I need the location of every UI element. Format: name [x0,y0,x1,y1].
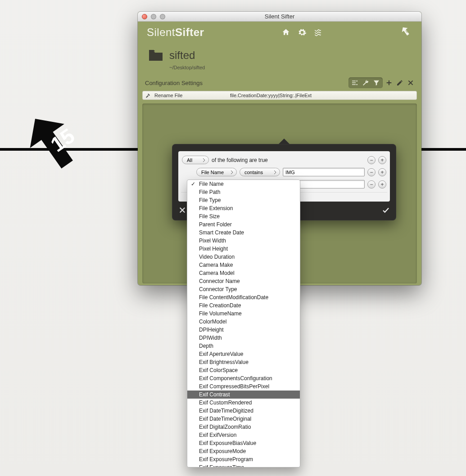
dropdown-item[interactable]: Exif BrightnessValue [187,358,300,366]
dropdown-item[interactable]: ColorModel [187,318,300,326]
edit-icon[interactable] [396,79,403,86]
window-titlebar: Silent Sifter [138,12,421,22]
match-suffix-label: of the following are true [212,157,268,163]
dropdown-item[interactable]: Video Duration [187,253,300,261]
rule-name: Rename File [154,93,226,98]
dropdown-item[interactable]: File Type [187,196,300,204]
list-settings-icon[interactable] [351,79,358,86]
dropdown-item[interactable]: Exif ExposureBiasValue [187,439,300,447]
add-row-button[interactable]: + [378,168,386,176]
hammer-icon [145,93,151,98]
dropdown-item[interactable]: File Extension [187,204,300,212]
window-title: Silent Sifter [138,13,421,20]
dropdown-item[interactable]: Exif ApertureValue [187,350,300,358]
dropdown-item[interactable]: Pixel Height [187,245,300,253]
field-select[interactable]: File Name [196,168,237,176]
gear-icon[interactable] [298,28,307,37]
config-label: Configuration Settings [145,80,203,86]
value-input[interactable] [299,180,365,189]
brand-arrow-icon[interactable]: 15 [400,26,412,38]
svg-point-5 [356,84,357,85]
dropdown-item[interactable]: File Name [187,180,300,188]
config-toolgroup [348,77,383,88]
wrench-icon[interactable] [362,79,369,86]
value-input[interactable] [283,168,365,176]
dropdown-item[interactable]: Exif ExposureMode [187,447,300,455]
confirm-button[interactable] [382,206,390,214]
dropdown-item[interactable]: Exif DateTimeOriginal [187,415,300,423]
dropdown-item[interactable]: Connector Type [187,285,300,293]
dropdown-item[interactable]: Exif DigitalZoomRatio [187,423,300,431]
config-side-tools [385,79,414,86]
dropdown-item[interactable]: Pixel Width [187,237,300,245]
remove-row-button[interactable]: − [367,180,376,189]
add-row-button[interactable]: + [378,180,386,189]
dropdown-item[interactable]: File VolumeName [187,310,300,318]
dropdown-item[interactable]: Exif ExposureTime [187,463,300,467]
output-folder-block: sifted ~/Desktop/sifted [138,43,421,72]
dropdown-item[interactable]: Parent Folder [187,220,300,229]
dropdown-item[interactable]: File Size [187,212,300,220]
operator-select[interactable]: contains [240,168,280,176]
dropdown-item[interactable]: Exif ExifVersion [187,431,300,439]
dropdown-item[interactable]: Exif Contrast [187,391,300,399]
close-icon[interactable] [407,79,414,86]
dropdown-item[interactable]: DPIWidth [187,334,300,342]
dropdown-item[interactable]: Smart Create Date [187,229,300,237]
add-icon[interactable] [385,79,393,86]
app-title-silent: Silent [147,26,175,38]
dropdown-item[interactable]: Exif ExposureProgram [187,455,300,463]
dropdown-item[interactable]: Exif CustomRendered [187,399,300,407]
config-header: Configuration Settings [138,72,421,91]
dropdown-item[interactable]: Depth [187,342,300,350]
folder-icon [148,49,164,62]
dropdown-item[interactable]: Exif ComponentsConfiguration [187,374,300,382]
criteria-row-1: File Name contains − + [181,166,387,178]
field-dropdown[interactable]: File NameFile PathFile TypeFile Extensio… [187,180,300,467]
dropdown-item[interactable]: Camera Make [187,261,300,269]
dropdown-item[interactable]: DPIHeight [187,326,300,334]
folder-name: sifted [169,49,195,62]
folder-path: ~/Desktop/sifted [169,62,412,70]
remove-scope-button[interactable]: − [367,156,376,164]
sift-icon[interactable] [313,28,322,37]
app-title-sifter: Sifter [175,26,204,38]
home-icon[interactable] [281,28,290,37]
dropdown-item[interactable]: Exif CompressedBitsPerPixel [187,382,300,391]
remove-row-button[interactable]: − [367,168,376,176]
dropdown-item[interactable]: File Path [187,188,300,196]
dropdown-item[interactable]: Exif ColorSpace [187,366,300,374]
dropdown-item[interactable]: Connector Name [187,277,300,285]
dropdown-item[interactable]: File ContentModificationDate [187,293,300,301]
app-title: SilentSifter [147,26,204,39]
dropdown-item[interactable]: Camera Model [187,269,300,277]
rule-row[interactable]: Rename File file.CreationDate:yyyy|Strin… [142,91,417,100]
criteria-scope-row: All of the following are true − + [181,154,387,166]
dropdown-item[interactable]: File CreationDate [187,301,300,310]
cancel-button[interactable] [178,206,186,214]
brand-logo-large: 15 [20,112,90,182]
funnel-icon[interactable] [373,79,380,86]
match-scope-select[interactable]: All [182,156,209,164]
app-header: SilentSifter 15 [138,22,421,43]
svg-point-4 [356,81,357,82]
dropdown-item[interactable]: Exif DateTimeDigitized [187,407,300,415]
add-scope-button[interactable]: + [378,156,386,164]
rule-expression: file.CreationDate:yyyy|String:.|FileExt [230,93,414,98]
